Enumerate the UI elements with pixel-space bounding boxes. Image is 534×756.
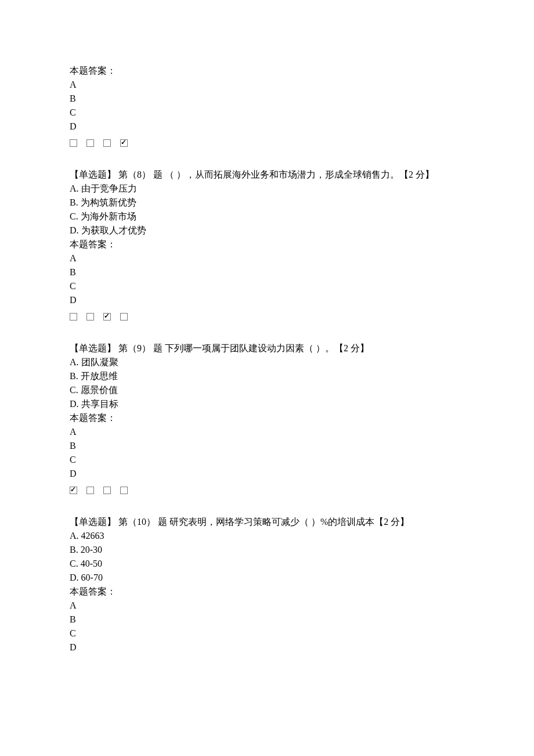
question-10-block: 【单选题】 第（10） 题 研究表明，网络学习策略可减少（ ）%的培训成本【2 … (70, 515, 464, 654)
answer-letter-d: D (70, 120, 464, 134)
answer-letter-d: D (70, 293, 464, 307)
answer-letter-a: A (70, 78, 464, 92)
question-8-option-c: C. 为海外新市场 (70, 210, 464, 224)
answer-label: 本题答案： (70, 411, 464, 425)
checkbox-d[interactable] (120, 313, 128, 321)
checkbox-b[interactable] (86, 313, 94, 321)
question-9-block: 【单选题】 第（9） 题 下列哪一项属于团队建设动力因素（ ）。【2 分】 A.… (70, 341, 464, 494)
question-9-header: 【单选题】 第（9） 题 下列哪一项属于团队建设动力因素（ ）。【2 分】 (70, 341, 464, 355)
answer-letter-a: A (70, 251, 464, 265)
question-10-option-b: B. 20-30 (70, 543, 464, 557)
checkbox-d[interactable] (120, 487, 128, 494)
answer-letter-a: A (70, 425, 464, 439)
answer-letter-d: D (70, 640, 464, 654)
question-8-option-a: A. 由于竞争压力 (70, 182, 464, 196)
checkbox-b[interactable] (86, 139, 94, 147)
answer-letter-b: B (70, 613, 464, 627)
question-10-option-a: A. 42663 (70, 529, 464, 543)
answer-label: 本题答案： (70, 64, 464, 78)
answer-letter-a: A (70, 599, 464, 613)
checkbox-c[interactable] (103, 487, 111, 494)
question-9-option-a: A. 团队凝聚 (70, 355, 464, 369)
question-10-option-c: C. 40-50 (70, 557, 464, 571)
answer-letter-b: B (70, 92, 464, 106)
checkbox-b[interactable] (86, 487, 94, 494)
answer-label: 本题答案： (70, 237, 464, 251)
checkbox-a[interactable] (70, 139, 77, 147)
question-8-option-b: B. 为构筑新优势 (70, 196, 464, 210)
checkbox-c[interactable] (103, 139, 111, 147)
question-8-option-d: D. 为获取人才优势 (70, 224, 464, 237)
question-9-option-c: C. 愿景价值 (70, 383, 464, 397)
checkbox-row (70, 313, 464, 321)
answer-letter-c: C (70, 453, 464, 467)
question-9-option-b: B. 开放思维 (70, 369, 464, 383)
answer-letter-c: C (70, 106, 464, 120)
question-10-option-d: D. 60-70 (70, 571, 464, 585)
checkbox-a[interactable] (70, 487, 77, 494)
answer-letter-b: B (70, 439, 464, 453)
question-prev-answer-block: 本题答案： A B C D (70, 64, 464, 147)
checkbox-c[interactable] (103, 313, 111, 321)
question-10-header: 【单选题】 第（10） 题 研究表明，网络学习策略可减少（ ）%的培训成本【2 … (70, 515, 464, 529)
answer-letter-c: C (70, 627, 464, 640)
question-9-option-d: D. 共享目标 (70, 397, 464, 411)
answer-letter-d: D (70, 467, 464, 481)
checkbox-d[interactable] (120, 139, 128, 147)
answer-label: 本题答案： (70, 585, 464, 599)
checkbox-row (70, 487, 464, 494)
answer-letter-c: C (70, 279, 464, 293)
question-8-block: 【单选题】 第（8） 题 （ ），从而拓展海外业务和市场潜力，形成全球销售力。【… (70, 168, 464, 321)
checkbox-a[interactable] (70, 313, 77, 321)
answer-letter-b: B (70, 265, 464, 279)
question-8-header: 【单选题】 第（8） 题 （ ），从而拓展海外业务和市场潜力，形成全球销售力。【… (70, 168, 464, 182)
checkbox-row (70, 139, 464, 147)
